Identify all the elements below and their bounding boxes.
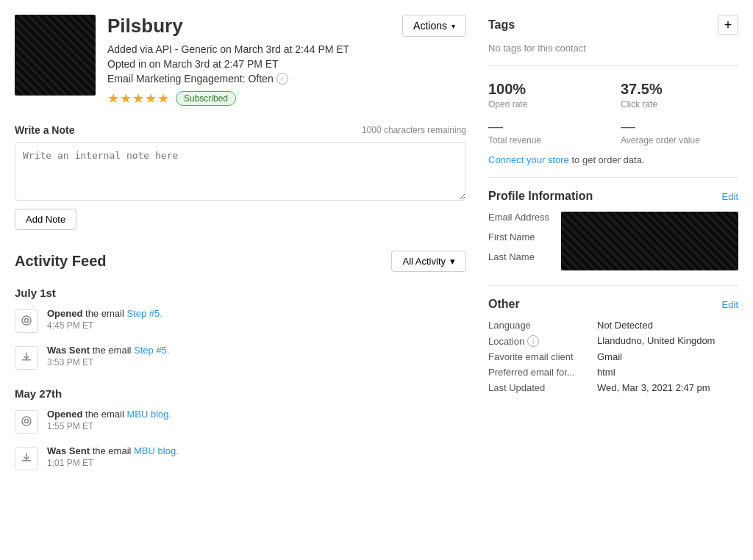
profile-fields: Email Address First Name Last Name (488, 212, 738, 270)
stats-grid: 100% Open rate 37.5% Click rate — Total … (488, 81, 738, 146)
tags-header: Tags + (488, 15, 738, 35)
activity-text: Opened the email MBU blog. (47, 409, 466, 420)
chars-remaining: 1000 characters remaining (362, 125, 466, 135)
action-mid: the email (85, 308, 126, 319)
profile-section: Profile Information Edit Email Address F… (488, 190, 738, 270)
action-mid: the email (93, 445, 134, 456)
tags-title: Tags (488, 18, 515, 32)
activity-item: Opened the email MBU blog. 1:55 PM ET (15, 409, 466, 434)
all-activity-chevron-icon: ▾ (450, 256, 455, 267)
opted-meta-text: Opted in on March 3rd at 2:47 PM ET (107, 58, 279, 70)
open-rate-value: 100% (488, 81, 606, 98)
activity-content-sent-may: Was Sent the email MBU blog. 1:01 PM ET (47, 445, 466, 468)
location-label: Location i (488, 335, 591, 347)
engagement-info-icon[interactable]: i (276, 73, 288, 85)
sent-icon-wrap (15, 447, 38, 470)
svg-point-3 (22, 417, 31, 426)
contact-avatar (15, 15, 96, 96)
action-mid: the email (93, 345, 134, 356)
all-activity-label: All Activity (402, 256, 446, 267)
connect-store-suffix: to get order data. (571, 154, 644, 165)
activity-text: Was Sent the email Step #5. (47, 345, 466, 356)
other-row-language: Language Not Detected (488, 320, 738, 331)
other-edit-button[interactable]: Edit (722, 299, 738, 310)
subscribed-badge: Subscribed (176, 91, 236, 106)
activity-feed-header: Activity Feed All Activity ▾ (15, 251, 466, 272)
contact-name: Pilsbury (107, 15, 390, 37)
opened-icon-wrap (15, 309, 38, 333)
location-info-icon[interactable]: i (527, 335, 539, 347)
header-actions: Actions ▾ (402, 15, 466, 37)
add-tag-button[interactable]: + (718, 15, 738, 35)
stat-click-rate: 37.5% Click rate (621, 81, 738, 110)
contact-engagement: Email Marketing Engagement: Often i (107, 73, 390, 85)
other-row-location: Location i Llandudno, United Kingdom (488, 335, 738, 347)
activity-date-may: May 27th (15, 387, 466, 400)
profile-values-redacted (561, 212, 738, 270)
preferred-label: Preferred email for... (488, 367, 591, 378)
email-client-label: Favorite email client (488, 351, 591, 362)
profile-first-label: First Name (488, 231, 549, 243)
activity-group-july: July 1st Opened (15, 287, 466, 370)
svg-rect-5 (22, 460, 31, 462)
download-icon (21, 452, 32, 466)
activity-time: 1:55 PM ET (47, 421, 466, 431)
avg-order-label: Average order value (621, 135, 738, 146)
activity-item: Opened the email Step #5. 4:45 PM ET (15, 308, 466, 333)
write-note-header: Write a Note 1000 characters remaining (15, 124, 466, 136)
actions-chevron-icon: ▾ (452, 22, 455, 30)
activity-content-opened-july: Opened the email Step #5. 4:45 PM ET (47, 308, 466, 331)
note-textarea[interactable] (15, 142, 466, 201)
stars-row: ★★★★★ Subscribed (107, 90, 390, 107)
right-panel: Tags + No tags for this contact 100% Ope… (488, 15, 738, 488)
activity-email-link[interactable]: Step #5. (134, 345, 169, 356)
profile-labels: Email Address First Name Last Name (488, 212, 549, 270)
activity-text: Opened the email Step #5. (47, 308, 466, 319)
activity-email-link[interactable]: MBU blog. (126, 409, 171, 420)
other-title: Other (488, 298, 520, 311)
stat-open-rate: 100% Open rate (488, 81, 606, 110)
opened-icon-wrap (15, 410, 38, 434)
activity-item: Was Sent the email MBU blog. 1:01 PM ET (15, 445, 466, 470)
star-rating: ★★★★★ (107, 90, 170, 107)
no-tags-text: No tags for this contact (488, 43, 738, 54)
avg-order-value: — (621, 118, 738, 135)
actions-label: Actions (413, 20, 447, 32)
activity-item: Was Sent the email Step #5. 3:53 PM ET (15, 345, 466, 370)
contact-opted-meta: Opted in on March 3rd at 2:47 PM ET (107, 58, 390, 70)
connect-store-text: Connect your store to get order data. (488, 154, 738, 165)
stat-avg-order: — Average order value (621, 118, 738, 146)
svg-point-4 (25, 419, 29, 423)
activity-email-link[interactable]: Step #5. (126, 308, 162, 319)
all-activity-button[interactable]: All Activity ▾ (391, 251, 466, 272)
write-note-title: Write a Note (15, 124, 74, 136)
svg-rect-2 (22, 359, 31, 361)
total-revenue-value: — (488, 118, 606, 135)
added-meta-text: Added via API - Generic on March 3rd at … (107, 43, 349, 55)
profile-header: Profile Information Edit (488, 190, 738, 203)
preferred-value: html (597, 367, 615, 378)
action-label: Was Sent (47, 345, 90, 356)
activity-email-link[interactable]: MBU blog. (134, 445, 179, 456)
activity-text: Was Sent the email MBU blog. (47, 445, 466, 456)
other-row-preferred: Preferred email for... html (488, 367, 738, 378)
profile-edit-button[interactable]: Edit (722, 191, 738, 202)
contact-info: Pilsbury Added via API - Generic on Marc… (107, 15, 390, 107)
sent-icon-wrap (15, 346, 38, 370)
actions-button[interactable]: Actions ▾ (402, 15, 466, 37)
click-rate-label: Click rate (621, 99, 738, 110)
activity-date-july: July 1st (15, 287, 466, 299)
other-row-last-updated: Last Updated Wed, Mar 3, 2021 2:47 pm (488, 382, 738, 393)
svg-point-0 (22, 316, 31, 325)
action-label: Opened (47, 308, 82, 319)
add-note-button[interactable]: Add Note (15, 209, 76, 230)
profile-last-label: Last Name (488, 251, 549, 262)
activity-feed-section: Activity Feed All Activity ▾ July 1st (15, 251, 466, 470)
contact-added-meta: Added via API - Generic on March 3rd at … (107, 43, 390, 55)
language-label: Language (488, 320, 591, 331)
activity-feed-title: Activity Feed (15, 253, 106, 270)
stats-divider (488, 177, 738, 178)
last-updated-value: Wed, Mar 3, 2021 2:47 pm (597, 382, 710, 393)
location-value: Llandudno, United Kingdom (597, 335, 715, 347)
connect-store-link[interactable]: Connect your store (488, 154, 569, 165)
